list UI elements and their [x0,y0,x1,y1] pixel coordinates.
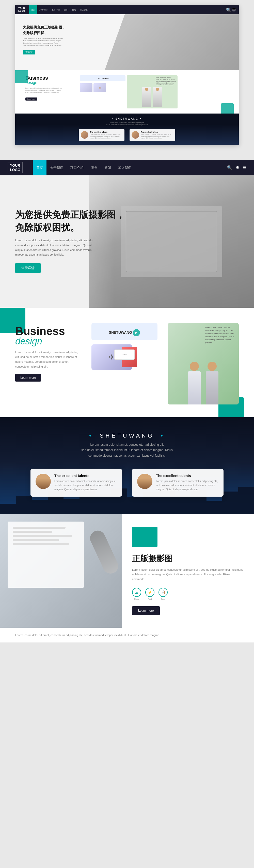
hero-bg-small [105,14,239,70]
person-figure-1 [188,362,201,404]
nav-projects-lg[interactable]: 项目介绍 [67,160,87,175]
cloud-icon: ☁ [132,588,141,597]
shetuwang-title-small: • SHETUWANG • [23,117,231,120]
people-card-large: Lorem ipsum dolor sit amet, consectetur … [168,323,239,404]
nav-news-lg[interactable]: 新闻 [101,160,115,175]
person-head-1 [190,362,199,371]
ticket-shape: TICKET [114,349,135,360]
bottom-section-large: 正版摄影图 Lorem ipsum dolor sit amet, consec… [0,514,254,628]
business-subtitle-small: design [26,81,74,85]
nav-large: YOUR LOGO 首页 关于我们 项目介绍 服务 新闻 加入我们 🔍 ⚙ ☰ [0,160,254,175]
building-14 [207,501,222,514]
search-icon-lg[interactable]: 🔍 [227,165,232,170]
dark-section-large: SHETUWANG Lorem ipsum dolor sit amet, co… [0,417,254,514]
business-left-small: Business design Lorem ipsum dolor sit am… [23,75,74,100]
business-desc-large: Lorem ipsum dolor sit amet, consectetur … [15,350,81,369]
shetuwang-card-large: SHETUWANG ▶ [92,323,157,340]
hero-title-small: 为您提供免费正版摄影图， 免除版权困扰。 [23,25,66,36]
talent-name-2-small: The excellent talents [141,131,173,133]
talent-desc-1-large: Lorem ipsum dolor sit amet, consectetur … [55,479,117,492]
person1-small [142,87,151,107]
green-accent-corner [132,527,157,547]
hero-content-small: 为您提供免费正版摄影图， 免除版权困扰。 Lorem ipsum dolor s… [23,25,66,55]
hero-cta-small[interactable]: 查看详情 [23,50,35,55]
shetuwang-card-small: SHETUWANG [80,75,125,81]
menu-icon-small[interactable]: ☰ [232,8,236,11]
hero-desc-small: Lorem ipsum dolor sit amet, consectetur … [23,37,64,46]
nav-projects-small[interactable]: 项目介绍 [49,5,62,14]
person2-head-small [156,88,159,91]
plane-items-small: ✈ 📋 [80,83,125,92]
talent-desc-2-small: Lorem ipsum dolor sit amet, consectetur … [141,134,173,139]
nav-home-small[interactable]: 首页 [29,5,37,14]
building-16 [238,487,254,514]
search-icon-small[interactable]: 🔍 [226,8,230,11]
people-desc-large: Lorem ipsum dolor sit amet, consectetur … [205,326,236,344]
nav-join-small[interactable]: 加入我们 [78,5,90,14]
lightning-icon: ⚡ [145,588,154,597]
bottom-image-area [0,514,122,628]
nav-service-small[interactable]: 服务 [62,5,70,14]
talent-name-2-large: The excellent talents [156,474,218,478]
talent-desc-1-small: Lorem ipsum dolor sit amet, consectetur … [90,134,122,139]
hero-desc-large: Lorem ipsum dolor sit amet, consectetur … [15,238,97,257]
building-3 [32,500,48,514]
business-right-large: Lorem ipsum dolor sit amet, consectetur … [168,323,239,404]
preview-section: YOUR LOGO 首页 关于我们 项目介绍 服务 新闻 加入我们 🔍 ☰ 为您… [0,0,254,152]
feature-icons-row: ☁ Cloud ⚡ Fast 📋 Docs [132,588,244,600]
talent-desc-2-large: Lorem ipsum dolor sit amet, consectetur … [156,479,218,492]
feature-icon-1: ☁ Cloud [132,588,141,600]
feature-label-3: Docs [161,598,166,600]
business-title-small: Business [26,75,74,81]
talent-card-1-large: The excellent talents Lorem ipsum dolor … [31,469,122,497]
nav-home-lg[interactable]: 首页 [33,160,46,175]
nav-news-small[interactable]: 新闻 [70,5,78,14]
nav-links-small: 首页 关于我们 项目介绍 服务 新闻 加入我们 [29,5,90,14]
play-button[interactable]: ▶ [133,329,140,336]
building-5 [64,499,79,514]
person-figure-2 [206,362,218,404]
talent-text-1-large: The excellent talents Lorem ipsum dolor … [55,474,117,492]
nav-about-small[interactable]: 关于我们 [37,5,49,14]
settings-icon-lg[interactable]: ⚙ [236,165,239,170]
business-btn-small[interactable]: Learn more [26,97,37,100]
nav-service-lg[interactable]: 服务 [87,160,101,175]
people-desc-small: Lorem ipsum dolor sit amet, consectetur … [156,77,176,86]
shetuwang-desc-large: Lorem ipsum dolor sit amet, consectetur … [51,442,203,459]
building-1 [0,504,16,514]
learn-more-btn[interactable]: Learn more [132,606,160,615]
person2-small [153,87,162,107]
bottom-text-strip: Lorem ipsum dolor sit amet, consectetur … [0,628,254,643]
nav-links-large: 首页 关于我们 项目介绍 服务 新闻 加入我们 [33,160,135,175]
green-accent-tl-small [15,70,28,83]
talent-avatar-2-small [132,131,139,139]
hero-small: 为您提供免费正版摄影图， 免除版权困扰。 Lorem ipsum dolor s… [15,14,239,70]
hero-content-large: 为您提供免费正版摄影图， 免除版权困扰。 Lorem ipsum dolor s… [15,209,125,273]
doc-icon: 📋 [158,588,168,597]
business-subtitle-large: design [15,337,81,346]
nav-about-lg[interactable]: 关于我们 [46,160,67,175]
website-preview: YOUR LOGO 首页 关于我们 项目介绍 服务 新闻 加入我们 🔍 ☰ 为您… [15,5,239,145]
building-2 [16,496,32,514]
hero-cta-large[interactable]: 查看详情 [15,263,41,273]
talent-card-2-small: The excellent talents Lorem ipsum dolor … [130,129,175,141]
avatar-inner-2 [137,474,152,489]
logo-small: YOUR LOGO [18,7,25,12]
people-card-small: Lorem ipsum dolor sit amet, consectetur … [127,75,178,108]
talent-card-1-small: The excellent talents Lorem ipsum dolor … [79,129,124,141]
talent-avatar-1-large [36,474,51,489]
business-center-large: SHETUWANG ▶ ✈ PASS TICKET [92,323,157,370]
building-9 [127,497,143,514]
large-section: YOUR LOGO 首页 关于我们 项目介绍 服务 新闻 加入我们 🔍 ⚙ ☰ [0,160,254,643]
bottom-right-content: 正版摄影图 Lorem ipsum dolor sit amet, consec… [122,514,254,628]
talent-avatar-2-large [137,474,152,489]
hero-large: 为您提供免费正版摄影图， 免除版权困扰。 Lorem ipsum dolor s… [0,175,254,308]
talent-avatar-1-small [81,131,88,139]
passport-icon-small: 📋 [94,83,106,92]
nav-small: YOUR LOGO 首页 关于我们 项目介绍 服务 新闻 加入我们 🔍 ☰ [15,5,239,14]
avatar-inner-1 [36,474,51,489]
talent-cards-small: The excellent talents Lorem ipsum dolor … [23,129,231,141]
business-btn-large[interactable]: Learn more [15,374,41,381]
nav-join-lg[interactable]: 加入我们 [115,160,135,175]
menu-icon-lg[interactable]: ☰ [243,165,246,170]
